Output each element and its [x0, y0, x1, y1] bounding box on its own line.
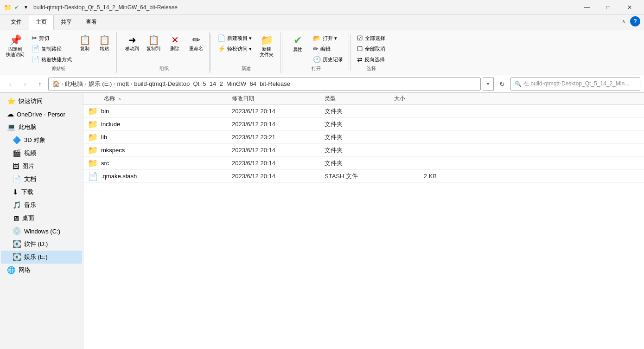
divider-1	[118, 34, 118, 71]
folder-icon-mkspecs: 📁	[87, 145, 98, 155]
tab-home[interactable]: 主页	[29, 15, 54, 30]
open-button[interactable]: 📂 打开 ▾	[310, 33, 346, 43]
onedrive-label: OneDrive - Persor	[17, 111, 65, 118]
pictures-label: 图片	[22, 162, 34, 170]
minimize-button[interactable]: —	[576, 0, 598, 15]
properties-icon: ✔	[293, 35, 302, 45]
copy-path-button[interactable]: 📄 复制路径	[29, 44, 75, 54]
file-row-src[interactable]: 📁 src 2023/6/12 20:14 文件夹	[83, 157, 644, 170]
paste-button[interactable]: 📋 粘贴	[95, 33, 114, 54]
path-segment-e[interactable]: 娱乐 (E:)	[89, 80, 112, 88]
sidebar-item-desktop[interactable]: 🖥 桌面	[1, 212, 82, 225]
ribbon-group-select: ☑ 全部选择 ☐ 全部取消 ⇄ 反向选择 选择	[351, 32, 391, 73]
sidebar-item-windowsc[interactable]: 💿 Windows (C:)	[1, 225, 82, 238]
file-date-bin: 2023/6/12 20:14	[232, 108, 325, 115]
file-row-mkspecs[interactable]: 📁 mkspecs 2023/6/12 20:14 文件夹	[83, 144, 644, 157]
ribbon: 文件 主页 共享 查看 ∧ ? 📌 固定到快速访问 ✂ 剪切	[0, 15, 644, 75]
sidebar-item-videos[interactable]: 🎬 视频	[1, 147, 82, 160]
cut-button[interactable]: ✂ 剪切	[29, 33, 75, 43]
dropdown-icon[interactable]: ▼	[22, 4, 30, 11]
new-item-button[interactable]: 📄 新建项目 ▾	[215, 33, 255, 43]
sidebar-item-network[interactable]: 🌐 网络	[1, 264, 82, 277]
back-button[interactable]: ‹	[4, 78, 17, 90]
path-arrow-3: ›	[114, 81, 115, 86]
select-all-icon: ☑	[357, 34, 363, 42]
ribbon-group-new: 📄 新建项目 ▾ ⚡ 轻松访问 ▾ 📁 新建文件夹 新建	[212, 32, 281, 73]
col-header-date[interactable]: 修改日期	[232, 95, 325, 103]
new-buttons: 📄 新建项目 ▾ ⚡ 轻松访问 ▾ 📁 新建文件夹	[215, 33, 278, 65]
select-buttons: ☑ 全部选择 ☐ 全部取消 ⇄ 反向选择	[354, 33, 388, 65]
edit-button[interactable]: ✏ 编辑	[310, 44, 346, 54]
thispc-icon: 💻	[7, 123, 16, 131]
file-name-include: 📁 include	[83, 119, 232, 129]
deselect-all-button[interactable]: ☐ 全部取消	[354, 44, 388, 54]
move-to-button[interactable]: ➜ 移动到	[122, 33, 142, 54]
windowsc-label: Windows (C:)	[24, 228, 60, 235]
new-folder-button[interactable]: 📁 新建文件夹	[255, 33, 278, 60]
sidebar-item-quickaccess[interactable]: ⭐ 快速访问	[1, 95, 82, 108]
sidebar-item-thispc[interactable]: 💻 此电脑	[1, 121, 82, 134]
file-row-include[interactable]: 📁 include 2023/6/12 20:14 文件夹	[83, 118, 644, 131]
rename-button[interactable]: ✏ 重命名	[186, 33, 206, 54]
close-button[interactable]: ✕	[619, 0, 640, 15]
easy-access-button[interactable]: ⚡ 轻松访问 ▾	[215, 44, 255, 54]
maximize-button[interactable]: □	[598, 0, 619, 15]
file-type-include: 文件夹	[325, 120, 394, 129]
3dobjects-label: 3D 对象	[24, 136, 45, 144]
ribbon-collapse-button[interactable]: ∧	[617, 15, 630, 28]
file-row-qmake-stash[interactable]: 📄 .qmake.stash 2023/6/12 20:14 STASH 文件 …	[83, 170, 644, 183]
refresh-button[interactable]: ↻	[496, 78, 509, 90]
path-segment-home[interactable]: 🏠	[52, 80, 60, 87]
file-name-src: 📁 src	[83, 158, 232, 168]
sidebar-item-music[interactable]: 🎵 音乐	[1, 199, 82, 212]
network-icon: 🌐	[7, 266, 16, 274]
delete-button[interactable]: ✕ 删除	[165, 33, 185, 54]
easy-access-icon: ⚡	[217, 45, 225, 52]
sort-arrow: ∧	[118, 97, 121, 101]
col-header-name[interactable]: 名称 ∧	[83, 95, 232, 103]
invert-select-button[interactable]: ⇄ 反向选择	[354, 54, 388, 65]
desktop-icon: 🖥	[13, 214, 19, 222]
address-dropdown-button[interactable]: ▾	[483, 78, 494, 90]
paste-icon: 📋	[99, 35, 110, 45]
softd-label: 软件 (D:)	[24, 240, 48, 248]
invert-select-icon: ⇄	[357, 56, 363, 63]
paste-shortcut-button[interactable]: 📄 粘贴快捷方式	[29, 54, 75, 65]
pin-icon: 📌	[9, 35, 22, 45]
history-button[interactable]: 🕐 历史记录	[310, 54, 346, 65]
sidebar-item-documents[interactable]: 📄 文档	[1, 173, 82, 186]
up-button[interactable]: ↑	[33, 78, 46, 90]
clipboard-buttons: 📌 固定到快速访问 ✂ 剪切 📄 复制路径 📄 粘贴快捷方式	[3, 33, 114, 65]
help-button[interactable]: ?	[630, 16, 640, 26]
divider-2	[210, 34, 211, 71]
tab-view[interactable]: 查看	[79, 15, 104, 30]
pin-to-quickaccess-button[interactable]: 📌 固定到快速访问	[3, 33, 28, 60]
sidebar-item-onedrive[interactable]: ☁ OneDrive - Persor	[1, 108, 82, 121]
divider-3	[282, 34, 282, 71]
path-segment-build[interactable]: build-qtmqtt-Desktop_Qt_5_14_2_MinGW_64_…	[134, 80, 290, 87]
forward-button[interactable]: ›	[19, 78, 32, 90]
address-path[interactable]: 🏠 › 此电脑 › 娱乐 (E:) › mqtt › build-qtmqtt-…	[48, 78, 481, 90]
path-segment-thispc[interactable]: 此电脑	[65, 80, 83, 88]
open-buttons: ✔ 属性 📂 打开 ▾ ✏ 编辑 🕐 历史记录	[286, 33, 346, 65]
path-segment-mqtt[interactable]: mqtt	[117, 80, 129, 87]
sidebar-item-3dobjects[interactable]: 🔷 3D 对象	[1, 134, 82, 147]
file-row-lib[interactable]: 📁 lib 2023/6/12 23:21 文件夹	[83, 131, 644, 144]
col-header-size[interactable]: 大小	[394, 95, 440, 103]
copy-to-button[interactable]: 📋 复制到	[143, 33, 164, 54]
file-name-mkspecs: 📁 mkspecs	[83, 145, 232, 155]
copy-button[interactable]: 📋 复制	[76, 33, 94, 54]
sidebar-item-downloads[interactable]: ⬇ 下载	[1, 186, 82, 199]
col-header-type[interactable]: 类型	[325, 95, 394, 103]
search-box[interactable]: 🔍 在 build-qtmqtt-Desktop_Qt_5_14_2_Min..…	[510, 78, 640, 90]
sidebar-item-softd[interactable]: 💽 软件 (D:)	[1, 238, 82, 251]
tab-share[interactable]: 共享	[54, 15, 79, 30]
file-row-bin[interactable]: 📁 bin 2023/6/12 20:14 文件夹	[83, 105, 644, 118]
properties-button[interactable]: ✔ 属性	[286, 33, 309, 55]
videos-label: 视频	[24, 149, 36, 157]
sidebar-item-pictures[interactable]: 🖼 图片	[1, 160, 82, 173]
tab-file[interactable]: 文件	[4, 15, 29, 30]
select-all-button[interactable]: ☑ 全部选择	[354, 33, 388, 43]
sidebar-item-entere[interactable]: 💽 娱乐 (E:)	[1, 251, 82, 264]
onedrive-icon: ☁	[7, 110, 14, 118]
